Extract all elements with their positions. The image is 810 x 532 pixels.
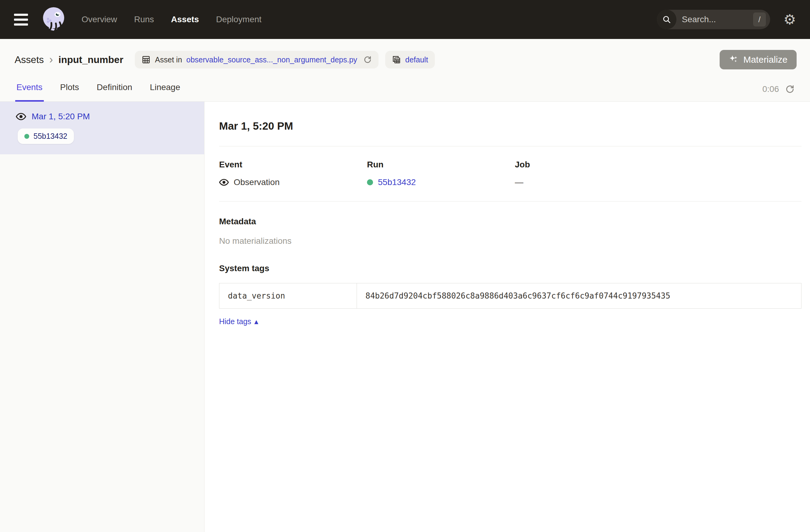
run-status-dot: [367, 179, 373, 186]
asset-grid-icon: [142, 55, 151, 64]
asset-header: Assets › input_number Asset in observabl…: [0, 39, 810, 69]
run-id-badge[interactable]: 55b13432: [18, 128, 74, 144]
reload-location-icon[interactable]: [363, 55, 372, 64]
hide-tags-label: Hide tags: [219, 317, 251, 326]
sparkle-icon: [729, 54, 739, 65]
asset-location-pill: Asset in observable_source_ass..._non_ar…: [135, 51, 378, 68]
system-tags-table: data_version 84b26d7d9204cbf588026c8a988…: [219, 283, 801, 309]
fact-event: Event Observation: [219, 160, 367, 187]
event-list-item-selected[interactable]: Mar 1, 5:20 PM 55b13432: [0, 102, 204, 154]
dagster-app: Overview Runs Assets Deployment / ⚙ Asse…: [0, 0, 810, 532]
run-status-dot: [25, 134, 29, 139]
run-id-label: 55b13432: [33, 132, 67, 141]
content-area: Mar 1, 5:20 PM 55b13432 Mar 1, 5:20 PM E…: [0, 102, 810, 532]
metadata-heading: Metadata: [219, 217, 801, 226]
tab-lineage[interactable]: Lineage: [149, 82, 182, 102]
asset-tabs: Events Plots Definition Lineage 0:06: [0, 76, 810, 102]
event-timestamp-link[interactable]: Mar 1, 5:20 PM: [32, 112, 90, 122]
event-facts: Event Observation Run: [219, 160, 801, 187]
tab-definition[interactable]: Definition: [96, 82, 133, 102]
tag-value-cell: 84b26d7d9204cbf588026c8a9886d403a6c9637c…: [357, 283, 801, 309]
materialize-button[interactable]: Materialize: [719, 50, 797, 69]
refresh-icon[interactable]: [785, 84, 795, 94]
job-label: Job: [515, 160, 801, 170]
refresh-zone: 0:06: [763, 84, 795, 101]
fact-run: Run 55b13432: [367, 160, 515, 187]
event-detail-panel: Mar 1, 5:20 PM Event Observation: [205, 102, 810, 532]
divider: [219, 146, 801, 146]
search-shortcut-key: /: [753, 13, 766, 27]
tag-key-cell: data_version: [220, 283, 357, 309]
repo-tag-pill: default: [385, 51, 435, 68]
job-empty-value: —: [515, 177, 523, 187]
observation-eye-icon: [16, 111, 26, 122]
breadcrumb-assets-link[interactable]: Assets: [15, 54, 44, 65]
caret-up-icon: ▲: [254, 319, 258, 325]
observation-eye-icon: [219, 177, 229, 187]
top-nav-bar: Overview Runs Assets Deployment / ⚙: [0, 0, 810, 39]
search-icon: [657, 10, 677, 29]
gear-icon[interactable]: ⚙: [783, 13, 796, 27]
primary-nav: Overview Runs Assets Deployment: [82, 15, 261, 25]
tab-events[interactable]: Events: [15, 82, 44, 102]
search-input[interactable]: [677, 15, 753, 25]
system-tags-heading: System tags: [219, 263, 801, 273]
metadata-empty-text: No materializations: [219, 236, 801, 246]
hamburger-menu-icon[interactable]: [14, 14, 28, 26]
nav-item-runs[interactable]: Runs: [134, 15, 154, 25]
fact-job: Job —: [515, 160, 801, 187]
event-detail-title: Mar 1, 5:20 PM: [219, 120, 801, 132]
run-label: Run: [367, 160, 515, 170]
event-type-value: Observation: [234, 177, 280, 187]
chevron-right-icon: ›: [49, 54, 53, 65]
repo-layers-icon: [392, 55, 401, 64]
nav-item-deployment[interactable]: Deployment: [216, 15, 261, 25]
dagster-logo-icon[interactable]: [41, 6, 67, 33]
run-id-link[interactable]: 55b13432: [378, 177, 416, 187]
breadcrumb-asset-name: input_number: [59, 54, 123, 65]
asset-location-prefix: Asset in: [155, 55, 182, 64]
nav-item-assets[interactable]: Assets: [171, 15, 199, 25]
tab-plots[interactable]: Plots: [59, 82, 80, 102]
event-label: Event: [219, 160, 367, 170]
code-location-link[interactable]: observable_source_ass..._non_argument_de…: [186, 55, 357, 64]
table-row: data_version 84b26d7d9204cbf588026c8a988…: [220, 283, 801, 309]
event-list-sidebar: Mar 1, 5:20 PM 55b13432: [0, 102, 205, 532]
hide-tags-link[interactable]: Hide tags ▲: [219, 317, 258, 326]
repo-default-link[interactable]: default: [405, 55, 428, 64]
nav-item-overview[interactable]: Overview: [82, 15, 117, 25]
materialize-label: Materialize: [743, 54, 788, 65]
divider: [219, 201, 801, 201]
refresh-countdown: 0:06: [763, 84, 779, 94]
global-search[interactable]: /: [657, 10, 770, 29]
